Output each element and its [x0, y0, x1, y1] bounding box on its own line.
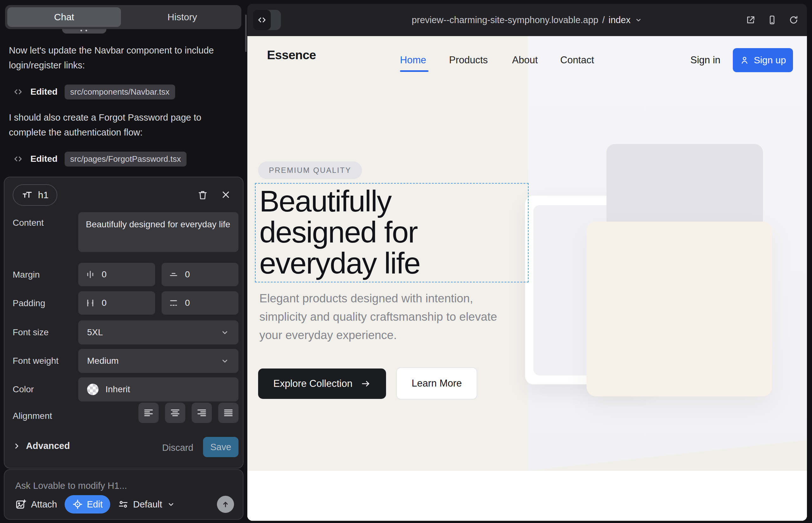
code-icon [13, 87, 23, 96]
chevron-down-icon [166, 500, 175, 509]
url-separator: / [602, 15, 604, 25]
send-button[interactable] [217, 496, 234, 513]
edited-label: Edited [30, 154, 58, 164]
chevron-down-icon [634, 16, 642, 24]
edit-mode-button[interactable]: Edit [65, 495, 110, 513]
site-logo[interactable]: Essence [267, 48, 316, 62]
nav-link-home[interactable]: Home [400, 54, 426, 66]
align-left-button[interactable] [138, 403, 159, 423]
refresh-icon[interactable] [789, 15, 799, 25]
discard-button[interactable]: Discard [162, 443, 193, 453]
margin-horizontal-icon [85, 269, 95, 279]
chat-sidebar: Chat History Now let's update the Navbar… [0, 0, 247, 523]
element-selection-outline [255, 183, 529, 283]
edited-label: Edited [30, 87, 58, 97]
padding-x-input[interactable]: 0 [78, 291, 155, 315]
edited-file-row: Edited src/pages/ForgotPassword.tsx [13, 151, 187, 166]
advanced-toggle[interactable]: Advanced [13, 441, 70, 451]
delete-element-button[interactable] [197, 189, 208, 201]
chat-history-tabs: Chat History [5, 5, 241, 29]
file-chip[interactable]: src/pages/ForgotPassword.tsx [65, 152, 187, 166]
scrolled-chip-partial [62, 29, 106, 34]
decorative-card-peach [586, 222, 772, 396]
code-icon [13, 154, 23, 164]
font-weight-select[interactable]: Medium [78, 349, 239, 373]
nav-link-contact[interactable]: Contact [560, 54, 594, 66]
padding-label: Padding [13, 298, 45, 308]
person-icon [740, 55, 749, 65]
chevron-down-icon [220, 328, 230, 337]
file-chip[interactable]: src/components/Navbar.tsx [65, 85, 175, 100]
assistant-message: Now let's update the Navbar component to… [9, 43, 236, 73]
composer-placeholder[interactable]: Ask Lovable to modify H1... [15, 481, 127, 491]
chevron-right-icon [13, 442, 21, 450]
margin-x-input[interactable]: 0 [78, 263, 155, 286]
color-swatch [87, 384, 99, 395]
mode-selector[interactable]: Default [118, 499, 175, 510]
font-size-label: Font size [13, 327, 49, 338]
mobile-view-icon[interactable] [767, 15, 777, 25]
font-size-select[interactable]: 5XL [78, 320, 239, 344]
padding-vertical-icon [169, 298, 179, 308]
next-section-background [247, 471, 807, 521]
preview-window: preview--charming-site-symphony.lovable.… [247, 4, 807, 521]
selected-element-tag[interactable]: h1 [13, 184, 57, 206]
margin-y-input[interactable]: 0 [161, 263, 239, 286]
edited-file-row: Edited src/components/Navbar.tsx [13, 84, 175, 100]
save-button[interactable]: Save [203, 437, 239, 457]
font-weight-label: Font weight [13, 356, 58, 366]
align-center-button[interactable] [165, 403, 185, 423]
url-page: index [609, 15, 631, 25]
color-label: Color [13, 384, 34, 395]
typography-icon [21, 190, 33, 200]
content-input[interactable]: Beautifully designed for everyday life [78, 212, 239, 252]
arrow-up-icon [221, 500, 230, 509]
margin-vertical-icon [169, 269, 179, 279]
premium-quality-badge: PREMIUM QUALITY [258, 161, 362, 179]
nav-active-underline [400, 70, 428, 72]
element-inspector-panel: h1 Content Beautifully designed for ever… [4, 177, 244, 469]
attach-button[interactable]: Attach [15, 499, 57, 510]
tab-history[interactable]: History [125, 7, 239, 27]
align-right-button[interactable] [192, 403, 212, 423]
sliders-icon [118, 499, 128, 510]
chevron-down-icon [220, 356, 230, 366]
close-inspector-icon[interactable] [220, 189, 231, 200]
chat-composer[interactable]: Ask Lovable to modify H1... Attach Edit [4, 469, 244, 520]
sign-up-button[interactable]: Sign up [733, 48, 793, 72]
site-canvas: Essence Home Products About Contact Sign… [247, 36, 807, 521]
nav-link-about[interactable]: About [512, 54, 538, 66]
assistant-message: I should also create a Forgot Password p… [9, 110, 236, 140]
color-select[interactable]: Inherit [78, 377, 239, 401]
padding-horizontal-icon [85, 298, 95, 308]
element-tag-label: h1 [38, 190, 49, 200]
sidebar-scrollbar[interactable] [245, 15, 247, 52]
target-icon [72, 499, 83, 510]
content-label: Content [13, 218, 44, 228]
align-justify-button[interactable] [218, 403, 239, 423]
padding-y-input[interactable]: 0 [161, 291, 239, 315]
lovable-editor: Chat History Now let's update the Navbar… [0, 0, 812, 523]
sign-in-link[interactable]: Sign in [690, 54, 721, 66]
tab-chat[interactable]: Chat [7, 7, 121, 27]
hero-subtext: Elegant products designed with intention… [259, 289, 519, 344]
nav-link-products[interactable]: Products [449, 54, 488, 66]
explore-collection-button[interactable]: Explore Collection [258, 368, 386, 399]
open-in-new-tab-icon[interactable] [745, 15, 756, 25]
margin-label: Margin [13, 270, 40, 280]
url-bar[interactable]: preview--charming-site-symphony.lovable.… [247, 4, 807, 36]
alignment-label: Alignment [13, 411, 52, 421]
attach-image-icon [15, 499, 27, 510]
preview-toolbar: preview--charming-site-symphony.lovable.… [247, 4, 807, 36]
learn-more-button[interactable]: Learn More [396, 367, 477, 399]
url-domain: preview--charming-site-symphony.lovable.… [412, 15, 598, 25]
arrow-right-icon [361, 379, 371, 389]
